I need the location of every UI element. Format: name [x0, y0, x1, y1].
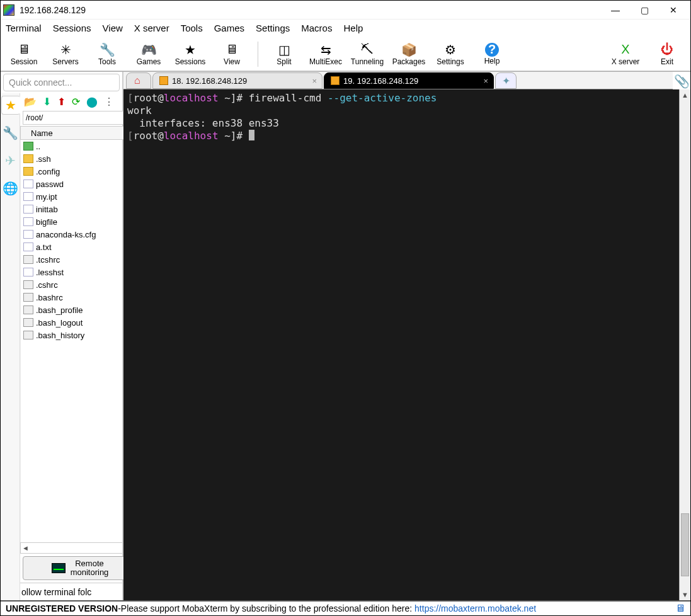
file-row[interactable]: .tcshrc	[21, 253, 140, 266]
file-row[interactable]: .bashrc	[21, 291, 140, 304]
prompt-user: root	[134, 92, 158, 104]
paperclip-icon[interactable]: 📎	[673, 72, 690, 89]
toolbar-help-button[interactable]: ?Help	[472, 38, 511, 71]
terminal-out-2: interfaces: ens38 ens33	[127, 117, 279, 129]
scroll-up-icon[interactable]: ▲	[680, 89, 690, 101]
file-row[interactable]: .lesshst	[21, 266, 140, 278]
menu-x-server[interactable]: X server	[134, 23, 169, 33]
multiexec-icon: ⇆	[318, 42, 333, 57]
toolbar-sessions-label: Sessions	[175, 57, 206, 66]
games-icon: 🎮	[141, 42, 156, 57]
file-row[interactable]: .ssh	[21, 152, 140, 165]
file-row[interactable]: a.txt	[21, 241, 140, 253]
file-name: .ssh	[36, 154, 51, 164]
menu-sessions[interactable]: Sessions	[53, 23, 91, 33]
side-tab-tools[interactable]: 🔧	[1, 123, 20, 142]
toolbar-view-button[interactable]: 🖥View	[212, 38, 251, 71]
side-tab-fav[interactable]: ★	[1, 96, 20, 115]
toolbar-servers-button[interactable]: ✳Servers	[46, 38, 85, 71]
file-row[interactable]: passwd	[21, 178, 140, 190]
toolbar-sessions-button[interactable]: ★Sessions	[171, 38, 210, 71]
side-tab-globe[interactable]: 🌐	[1, 179, 20, 198]
menu-games[interactable]: Games	[214, 23, 244, 33]
file-row[interactable]: bigfile	[21, 215, 140, 228]
menu-help[interactable]: Help	[343, 23, 363, 33]
sftp-open-icon[interactable]: 📂	[24, 96, 37, 108]
settings-icon: ⚙	[443, 42, 458, 57]
file-row[interactable]: .cshrc	[21, 278, 140, 291]
file-row[interactable]: anaconda-ks.cfg	[21, 228, 140, 241]
sftp-newdir-icon[interactable]: ⬤	[86, 96, 98, 108]
prompt-at: @	[157, 92, 164, 104]
file-row[interactable]: my.ipt	[21, 190, 140, 203]
menu-macros[interactable]: Macros	[301, 23, 332, 33]
file-row[interactable]: .config	[21, 165, 140, 178]
minimize-button[interactable]: —	[601, 1, 630, 19]
menu-settings[interactable]: Settings	[256, 23, 290, 33]
prompt-host-2: localhost	[164, 130, 219, 142]
sftp-path-input[interactable]	[23, 111, 123, 125]
quick-connect-input[interactable]: Quick connect...	[3, 74, 120, 91]
file-row[interactable]: ..	[21, 140, 140, 152]
terminal[interactable]: [root@localhost ~]# firewall-cmd --get-a…	[123, 89, 679, 600]
file-name: .lesshst	[36, 268, 64, 277]
tab-session[interactable]: 19. 192.168.248.129×	[324, 72, 494, 89]
folder-icon	[23, 167, 33, 176]
toolbar-games-button[interactable]: 🎮Games	[129, 38, 168, 71]
toolbar-tunneling-label: Tunneling	[351, 57, 384, 66]
toolbar-tools-button[interactable]: 🔧Tools	[88, 38, 127, 71]
file-row[interactable]: .bash_logout	[21, 316, 140, 329]
menu-view[interactable]: View	[103, 23, 123, 33]
tools-icon: 🔧	[100, 42, 115, 57]
tab-label: 19. 192.168.248.129	[343, 76, 418, 86]
toolbar-session-button[interactable]: 🖥Session	[4, 38, 43, 71]
tab-session[interactable]: 18. 192.168.248.129×	[152, 72, 323, 89]
file-icon	[23, 331, 33, 339]
file-icon	[23, 318, 33, 327]
session-tabs: ⌂18. 192.168.248.129×19. 192.168.248.129…	[123, 72, 673, 89]
follow-terminal-checkbox[interactable]: ollow terminal folc	[20, 583, 140, 600]
toolbar-exit-button[interactable]: ⏻Exit	[648, 38, 687, 71]
terminal-scrollbar[interactable]: ▲ ▼	[679, 89, 690, 600]
close-button[interactable]: ✕	[659, 1, 688, 19]
terminal-icon	[159, 76, 168, 85]
menu-tools[interactable]: Tools	[181, 23, 203, 33]
sftp-more-icon[interactable]: ⋮	[104, 96, 114, 108]
file-row[interactable]: inittab	[21, 203, 140, 215]
maximize-button[interactable]: ▢	[630, 1, 659, 19]
window-title: 192.168.248.129	[20, 5, 86, 15]
file-row[interactable]: .bash_profile	[21, 304, 140, 316]
servers-icon: ✳	[58, 42, 73, 57]
toolbar-xserver-label: X server	[612, 57, 640, 66]
status-monitor-icon[interactable]: 🖥	[675, 603, 685, 614]
scroll-down-icon[interactable]: ▼	[680, 589, 690, 600]
tab-close-icon[interactable]: ×	[483, 76, 488, 86]
file-name: .cshrc	[36, 280, 58, 290]
file-icon	[23, 242, 33, 251]
toolbar-split-button[interactable]: ◫Split	[265, 38, 304, 71]
sftp-download-icon[interactable]: ⬇	[43, 96, 51, 108]
tab-close-icon[interactable]: ×	[312, 76, 317, 86]
file-list[interactable]: ...ssh.configpasswdmy.iptinittabbigfilea…	[20, 140, 140, 542]
sftp-refresh-icon[interactable]: ⟳	[72, 96, 80, 108]
toolbar-tunneling-button[interactable]: ⛏Tunneling	[348, 38, 387, 71]
tab-add-button[interactable]: ✦	[495, 72, 517, 89]
toolbar-packages-button[interactable]: 📦Packages	[389, 38, 428, 71]
file-icon	[23, 280, 33, 289]
file-name: anaconda-ks.cfg	[36, 230, 96, 239]
file-row[interactable]: .bash_history	[21, 329, 140, 341]
file-h-scrollbar[interactable]: ◄►	[20, 542, 140, 554]
tab-home[interactable]: ⌂	[126, 72, 151, 89]
menu-terminal[interactable]: Terminal	[6, 23, 42, 33]
file-name: .bash_logout	[36, 318, 83, 328]
toolbar-xserver-button[interactable]: XX server	[606, 38, 645, 71]
remote-monitoring-button[interactable]: Remote monitoring	[23, 556, 137, 580]
status-bar: UNREGISTERED VERSION - Please support Mo…	[1, 600, 690, 615]
file-name: my.ipt	[36, 192, 57, 202]
file-header-name[interactable]: Name	[20, 126, 140, 140]
status-link[interactable]: https://mobaxterm.mobatek.net	[414, 603, 536, 613]
toolbar-multiexec-button[interactable]: ⇆MultiExec	[306, 38, 345, 71]
sftp-upload-icon[interactable]: ⬆	[57, 96, 66, 108]
side-tab-send[interactable]: ✈	[1, 151, 20, 170]
toolbar-settings-button[interactable]: ⚙Settings	[431, 38, 470, 71]
